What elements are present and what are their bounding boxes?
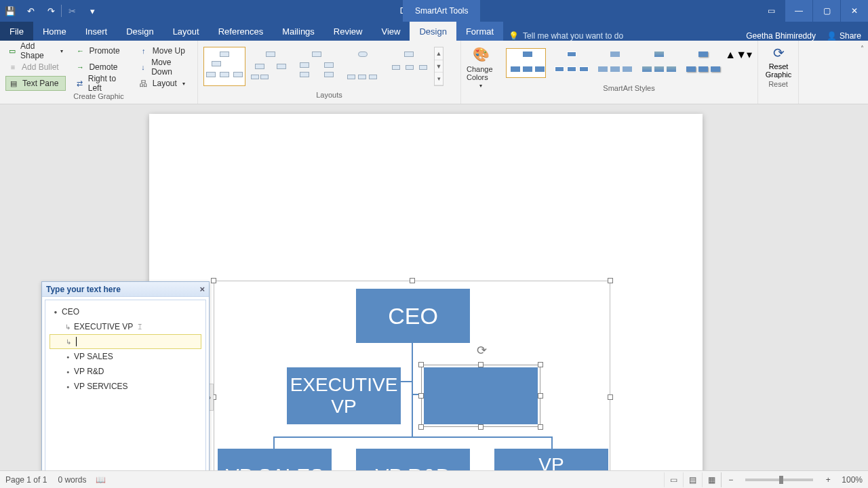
text-pane[interactable]: Type your text here × ●CEO ↳EXECUTIVE VP… xyxy=(41,281,210,470)
text-pane-header[interactable]: Type your text here × xyxy=(42,282,209,297)
resize-handle[interactable] xyxy=(608,278,613,283)
tab-layout[interactable]: Layout xyxy=(163,22,209,41)
node-executive-vp[interactable]: EXECUTIVE VP xyxy=(287,367,401,424)
rotate-handle-icon[interactable]: ⟳ xyxy=(477,343,487,358)
layout-thumb[interactable] xyxy=(296,47,338,86)
text-item[interactable]: ●VP SALES xyxy=(50,349,201,364)
group-create-graphic: ▭Add Shape▾ ≡Add Bullet ▤Text Pane ←Prom… xyxy=(0,41,198,104)
tab-design[interactable]: Design xyxy=(117,22,163,41)
layout-thumb[interactable] xyxy=(250,47,292,86)
zoom-level[interactable]: 100% xyxy=(842,475,863,485)
resize-handle[interactable] xyxy=(608,394,613,400)
gallery-scroller[interactable]: ▲▼▾ xyxy=(434,47,443,86)
layout-thumb[interactable] xyxy=(203,47,245,86)
move-up-button[interactable]: ↑Move Up xyxy=(136,43,192,58)
tab-mailings[interactable]: Mailings xyxy=(273,22,324,41)
add-shape-icon: ▭ xyxy=(8,46,16,56)
layout-thumb[interactable] xyxy=(342,47,384,86)
resize-handle[interactable] xyxy=(478,362,484,367)
node-vp-sales[interactable]: VP SALES xyxy=(218,449,332,470)
document-area: › CEO EXECUTIVE VP ⟳ VP SALES VP R&D VP … xyxy=(0,104,868,470)
demote-button[interactable]: →Demote xyxy=(73,60,129,75)
promote-button[interactable]: ←Promote xyxy=(73,43,129,58)
style-thumb[interactable] xyxy=(637,48,677,78)
tab-insert[interactable]: Insert xyxy=(76,22,117,41)
move-down-button[interactable]: ↓Move Down xyxy=(136,60,192,75)
minimize-icon[interactable]: — xyxy=(785,0,812,22)
text-item[interactable]: ↳EXECUTIVE VP𝙸 xyxy=(50,319,201,334)
text-pane-body[interactable]: ●CEO ↳EXECUTIVE VP𝙸 ↳ ●VP SALES ●VP R&D … xyxy=(45,300,206,470)
resize-handle[interactable] xyxy=(538,393,543,399)
smartart-frame[interactable]: › CEO EXECUTIVE VP ⟳ VP SALES VP R&D VP … xyxy=(214,281,610,470)
redo-icon[interactable]: ↷ xyxy=(41,0,61,22)
resize-handle[interactable] xyxy=(418,393,424,399)
close-icon[interactable]: ✕ xyxy=(841,0,868,22)
tab-references[interactable]: References xyxy=(209,22,273,41)
resize-handle[interactable] xyxy=(478,424,484,430)
maximize-icon[interactable]: ▢ xyxy=(813,0,840,22)
gallery-scroller[interactable]: ▲▼▾ xyxy=(725,48,752,78)
style-thumb[interactable] xyxy=(506,48,546,78)
group-label: Create Graphic xyxy=(5,91,192,102)
word-count[interactable]: 0 words xyxy=(58,475,86,485)
resize-handle[interactable] xyxy=(211,278,216,283)
text-pane-button[interactable]: ▤Text Pane xyxy=(5,76,66,91)
layout-thumb[interactable] xyxy=(388,47,430,86)
add-shape-button[interactable]: ▭Add Shape▾ xyxy=(5,43,66,58)
node-ceo[interactable]: CEO xyxy=(356,289,470,343)
signed-in-user[interactable]: Geetha Bhimireddy xyxy=(746,31,816,41)
style-thumb[interactable] xyxy=(593,48,633,78)
page-indicator[interactable]: Page 1 of 1 xyxy=(5,475,47,485)
zoom-slider[interactable] xyxy=(745,479,813,481)
group-reset: ⟳ Reset Graphic Reset xyxy=(758,41,799,104)
group-label: Layouts xyxy=(203,89,455,101)
resize-handle[interactable] xyxy=(418,424,424,430)
change-colors-button[interactable]: 🎨 Change Colors ▾ xyxy=(467,43,495,89)
undo-icon[interactable]: ↶ xyxy=(20,0,41,22)
styles-gallery[interactable]: ▲▼▾ xyxy=(506,43,752,83)
view-read-icon[interactable]: ▭ xyxy=(664,472,683,487)
resize-handle[interactable] xyxy=(418,362,424,367)
save-icon[interactable]: 💾 xyxy=(0,0,20,22)
text-item[interactable]: ●CEO xyxy=(50,304,201,319)
text-cursor-icon: 𝙸 xyxy=(137,322,142,331)
share-button[interactable]: 👤 Share xyxy=(827,31,861,41)
add-bullet-button: ≡Add Bullet xyxy=(5,60,66,75)
resize-handle[interactable] xyxy=(538,362,543,367)
style-thumb[interactable] xyxy=(682,48,722,78)
view-print-icon[interactable]: ▤ xyxy=(683,472,702,487)
tab-home[interactable]: Home xyxy=(33,22,76,41)
view-web-icon[interactable]: ▦ xyxy=(702,472,721,487)
tab-review[interactable]: Review xyxy=(324,22,372,41)
resize-handle[interactable] xyxy=(538,424,543,430)
text-item[interactable]: ●VP R&D xyxy=(50,364,201,379)
zoom-out-button[interactable]: − xyxy=(721,472,740,487)
style-thumb[interactable] xyxy=(550,48,590,78)
node-vp-services[interactable]: VP SERVICES xyxy=(494,449,608,470)
zoom-in-button[interactable]: + xyxy=(818,472,837,487)
qat-customize-icon[interactable]: ▾ xyxy=(82,0,102,22)
spellcheck-icon[interactable]: 📖 xyxy=(96,475,106,485)
resize-handle[interactable] xyxy=(410,278,415,283)
node-vp-rnd[interactable]: VP R&D xyxy=(356,449,470,470)
tell-me-search[interactable]: 💡 Tell me what you want to do xyxy=(509,31,623,41)
layout-button[interactable]: 品Layout▾ xyxy=(136,76,192,91)
tab-view[interactable]: View xyxy=(372,22,410,41)
collapse-ribbon-icon[interactable]: ˄ xyxy=(861,45,864,52)
ribbon-display-icon[interactable]: ▭ xyxy=(757,0,785,22)
move-up-icon: ↑ xyxy=(139,46,149,56)
close-icon[interactable]: × xyxy=(199,284,205,294)
connector-line xyxy=(551,436,553,450)
share-icon: 👤 xyxy=(827,31,837,41)
right-to-left-button[interactable]: ⇄Right to Left xyxy=(73,76,129,91)
tab-file[interactable]: File xyxy=(0,22,33,41)
text-item[interactable]: ●VP SERVICES xyxy=(50,379,201,394)
layouts-gallery[interactable]: ▲▼▾ xyxy=(203,43,455,89)
text-item-active[interactable]: ↳ xyxy=(50,334,201,349)
tab-smartart-format[interactable]: Format xyxy=(456,22,503,41)
cut-icon[interactable]: ✂ xyxy=(62,0,82,22)
reset-graphic-button[interactable]: ⟳ Reset Graphic xyxy=(764,43,793,79)
quick-access-toolbar: 💾 ↶ ↷ ✂ ▾ xyxy=(0,0,102,22)
tab-smartart-design[interactable]: Design xyxy=(410,22,456,41)
tell-me-placeholder: Tell me what you want to do xyxy=(523,31,623,41)
